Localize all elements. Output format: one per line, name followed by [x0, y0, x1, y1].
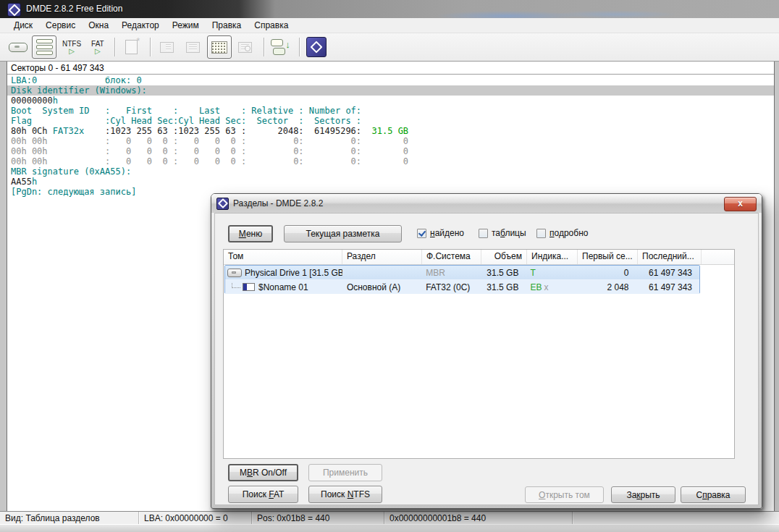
dialog-close-button[interactable]: x: [724, 197, 757, 211]
menu-help[interactable]: Справка: [248, 19, 295, 32]
dmde-logo-button[interactable]: [304, 35, 329, 59]
dialog-menu-button[interactable]: Меню: [228, 225, 273, 242]
close-button[interactable]: Закрыть: [611, 486, 675, 503]
table-header-row: Том Раздел Ф.Система Объем Индика... Пер…: [224, 250, 734, 265]
list-view-button[interactable]: [181, 35, 206, 59]
partition-icon: [243, 283, 255, 291]
hex-empty-row: 00h 00h : 0 0 0 : 0 0 0 : 0: 0: 0: [7, 146, 774, 156]
size-cell: 31.5 GB: [481, 282, 526, 292]
tree-view-button[interactable]: [155, 35, 180, 59]
partitions-dialog: Разделы - DMDE 2.8.2 x Меню Текущая разм…: [211, 193, 762, 509]
new-scan-icon: [125, 40, 138, 54]
menu-edit[interactable]: Правка: [206, 19, 248, 32]
menu-mode[interactable]: Режим: [166, 19, 206, 32]
column-header-filesystem[interactable]: Ф.Система: [422, 250, 481, 264]
dmde-logo-icon: [306, 37, 327, 57]
first-sector-cell: 0: [576, 268, 636, 278]
hex-table-header-2: Flag :Cyl Head Sec:Cyl Head Sec: Sector …: [7, 116, 774, 126]
fat-label: FAT: [91, 40, 104, 48]
column-header-volume[interactable]: Том: [224, 250, 342, 264]
window-bottom-edge: [0, 524, 779, 532]
switch-volume-icon: ↓: [271, 38, 291, 56]
partitions-icon: [36, 39, 53, 55]
current-layout-button[interactable]: Текущая разметка: [284, 225, 402, 242]
status-view-mode: Вид: Таблица разделов: [0, 512, 139, 525]
status-bar: Вид: Таблица разделов LBA: 0x00000000 = …: [0, 511, 779, 525]
selected-rows-block: Physical Drive 1 [31.5 GB G... MBR 31.5 …: [224, 265, 700, 294]
status-pos: Pos: 0x01b8 = 440: [252, 512, 384, 525]
new-scan-button[interactable]: [119, 35, 144, 59]
tree-branch-icon: [232, 282, 240, 289]
column-header-first-sector[interactable]: Первый се...: [578, 250, 638, 264]
table-row-physical-drive[interactable]: Physical Drive 1 [31.5 GB G... MBR 31.5 …: [225, 266, 699, 280]
column-header-last-sector[interactable]: Последний...: [638, 250, 702, 264]
disk-icon: [9, 43, 28, 52]
status-offset: 0x00000000001b8 = 440: [384, 512, 573, 525]
checkbox-tables[interactable]: таблицы: [479, 227, 526, 239]
partition-cell: Основной (A): [342, 282, 421, 292]
app-logo-icon: [7, 3, 21, 17]
checkbox-tables-label: таблицы: [492, 228, 526, 238]
table-view-icon: [211, 41, 227, 54]
hex-partition-row: 80h 0Ch FAT32x :1023 255 63 :1023 255 63…: [7, 126, 774, 136]
first-sector-cell: 2 048: [576, 282, 636, 292]
physical-drive-icon: [227, 269, 242, 277]
hex-mbr-signature-label: MBR signature (0xAA55):: [7, 166, 774, 177]
filesystem-cell: MBR: [421, 268, 481, 278]
menu-windows[interactable]: Окна: [82, 19, 115, 32]
menu-service[interactable]: Сервис: [39, 19, 82, 32]
dialog-title: Разделы - DMDE 2.8.2: [233, 198, 323, 208]
hex-line-disk-identifier: Disk identifier (Windows):: [7, 85, 774, 96]
search-view-button[interactable]: [233, 35, 258, 59]
ntfs-label: NTFS: [62, 40, 81, 48]
ntfs-search-button[interactable]: NTFS ▷: [58, 35, 85, 59]
dialog-client-area: Меню Текущая разметка найдено таблицы по…: [214, 213, 759, 505]
search-ntfs-button[interactable]: Поиск NTFS: [308, 486, 382, 503]
column-header-partition[interactable]: Раздел: [342, 250, 422, 264]
open-disk-button[interactable]: [6, 35, 30, 59]
checkbox-found-box[interactable]: [417, 229, 426, 238]
size-cell: 31.5 GB: [481, 268, 526, 278]
checkbox-tables-box[interactable]: [479, 229, 488, 238]
menu-disk[interactable]: Диск: [7, 19, 39, 32]
toolbar-separator: [114, 38, 115, 56]
window-titlebar: DMDE 2.8.2 Free Edition: [0, 0, 779, 19]
status-empty: [573, 512, 779, 525]
partitions-view-button[interactable]: [32, 35, 56, 59]
volume-cell: Physical Drive 1 [31.5 GB G...: [225, 268, 342, 278]
help-button[interactable]: Справка: [681, 486, 746, 503]
table-view-button[interactable]: [207, 35, 232, 59]
indicator-cell: T: [526, 268, 576, 278]
last-sector-cell: 61 497 343: [636, 268, 700, 278]
checkbox-detailed-label: подробно: [549, 228, 588, 238]
checkbox-found-label: найдено: [430, 228, 464, 238]
status-lba: LBA: 0x00000000 = 0: [139, 512, 252, 525]
fat-run-icon: ▷: [95, 48, 101, 55]
mbr-on-off-button[interactable]: MBR On/Off: [228, 464, 298, 481]
filesystem-cell: FAT32 (0C): [421, 282, 481, 292]
list-view-icon: [186, 42, 200, 53]
back-to-disks-button[interactable]: ↓: [269, 35, 293, 59]
column-header-indicator[interactable]: Индика...: [527, 250, 578, 264]
fat-search-button[interactable]: FAT ▷: [87, 35, 109, 59]
dialog-logo-icon: [216, 198, 229, 210]
hex-table-header-1: Boot System ID : First : Last : Relative…: [7, 106, 774, 116]
menu-editor[interactable]: Редактор: [115, 19, 166, 32]
column-header-size[interactable]: Объем: [481, 250, 527, 264]
dialog-titlebar[interactable]: Разделы - DMDE 2.8.2 x: [211, 194, 762, 213]
toolbar-separator: [150, 38, 151, 56]
dmde-knot-glyph: [8, 4, 20, 16]
search-view-icon: [238, 42, 252, 53]
hex-empty-row: 00h 00h : 0 0 0 : 0 0 0 : 0: 0: 0: [7, 156, 774, 166]
toolbar: NTFS ▷ FAT ▷ ↓: [0, 33, 779, 62]
checkbox-detailed[interactable]: подробно: [536, 227, 588, 239]
checkbox-found[interactable]: найдено: [417, 227, 464, 239]
sectors-range-bar: Секторы 0 - 61 497 343: [7, 62, 774, 75]
search-fat-button[interactable]: Поиск FAT: [228, 486, 298, 503]
partitions-table[interactable]: Том Раздел Ф.Система Объем Индика... Пер…: [223, 249, 735, 459]
hex-line-disk-id-value: 00000000h: [7, 96, 774, 106]
checkbox-detailed-box[interactable]: [536, 229, 546, 238]
window-title: DMDE 2.8.2 Free Edition: [26, 4, 122, 14]
open-volume-button: Открыть том: [525, 486, 604, 503]
table-row-partition-noname[interactable]: $Noname 01 Основной (A) FAT32 (0C) 31.5 …: [225, 280, 699, 294]
